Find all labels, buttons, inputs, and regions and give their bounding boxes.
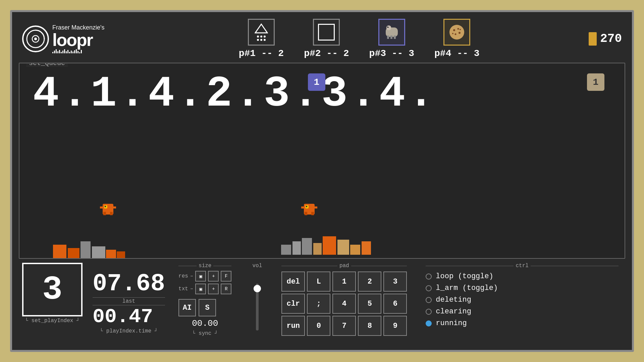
pad-2[interactable]: 2 xyxy=(358,272,381,292)
ai-s-row: AI S xyxy=(178,299,231,316)
txt-btn-1[interactable]: ▣ xyxy=(195,284,206,294)
s-button[interactable]: S xyxy=(199,299,216,316)
svg-point-11 xyxy=(449,25,464,40)
ctrl-l-arm-radio[interactable] xyxy=(426,285,432,291)
svg-point-16 xyxy=(452,33,453,34)
size-label: size xyxy=(178,263,231,269)
pad-row-3: run 0 7 8 9 xyxy=(281,316,407,336)
ctrl-deleting: deleting xyxy=(426,296,619,304)
res-btn-3[interactable]: F xyxy=(221,271,231,282)
app-name-label: loopr xyxy=(52,31,104,49)
ctrl-deleting-radio[interactable] xyxy=(426,297,432,303)
pad-row-2: clr ; 4 5 6 xyxy=(281,294,407,314)
pad-6[interactable]: 6 xyxy=(383,294,407,314)
svg-point-15 xyxy=(455,34,457,35)
vol-label: vol xyxy=(250,263,264,269)
svg-rect-34 xyxy=(80,241,91,258)
res-btn-2[interactable]: + xyxy=(208,271,219,282)
score-value: 270 xyxy=(600,32,622,46)
ctrl-running: running xyxy=(426,319,619,327)
logo-icon xyxy=(22,25,49,52)
player-3-label: p#3 -- 3 xyxy=(369,48,414,59)
waveform-icon xyxy=(52,49,104,53)
logo-area: Fraser Mackenzie's loopr xyxy=(22,24,129,53)
svg-rect-30 xyxy=(301,206,304,208)
sheep-sprite xyxy=(382,23,401,42)
queue-label: set_Queue xyxy=(26,63,68,67)
score-area: 270 xyxy=(589,32,622,46)
player-slots: p#1 -- 2 p#2 -- 2 xyxy=(143,19,575,59)
last-time-value: 00.47 xyxy=(93,307,165,327)
vol-slider[interactable] xyxy=(256,284,259,330)
res-label: res xyxy=(178,273,188,279)
play-index-time-label: └ playIndex.time ┘ xyxy=(93,328,165,334)
pad-5[interactable]: 5 xyxy=(358,294,381,314)
cookie-sprite xyxy=(447,23,466,42)
ctrl-deleting-label: deleting xyxy=(436,296,471,304)
svg-rect-24 xyxy=(113,206,116,208)
sync-value: 00.00 xyxy=(178,318,231,328)
ctrl-running-radio[interactable] xyxy=(426,320,432,326)
player-slot-2: p#2 -- 2 xyxy=(304,19,349,59)
player-4-icon xyxy=(443,19,470,46)
svg-rect-42 xyxy=(323,236,336,255)
ctrl-label: ctrl xyxy=(426,263,619,269)
txt-row: txt – ▣ + R xyxy=(178,284,231,294)
pad-7[interactable]: 7 xyxy=(332,316,356,336)
pad-L[interactable]: L xyxy=(307,272,330,292)
txt-btn-3[interactable]: R xyxy=(221,284,231,294)
svg-rect-38 xyxy=(281,245,291,255)
player-2-icon xyxy=(313,19,340,46)
player-slot-4: p#4 -- 3 xyxy=(434,19,479,59)
ctrl-running-label: running xyxy=(436,319,467,327)
player-1-icon xyxy=(248,19,275,46)
txt-btn-2[interactable]: + xyxy=(208,284,219,294)
player-4-label: p#4 -- 3 xyxy=(434,48,479,59)
pile-left xyxy=(53,238,127,258)
svg-point-12 xyxy=(453,29,455,31)
vol-knob[interactable] xyxy=(254,285,261,292)
svg-rect-32 xyxy=(53,245,66,258)
play-index-value: 3 xyxy=(42,271,62,309)
ctrl-loop-label: loop (toggle) xyxy=(436,272,493,281)
pad-1[interactable]: 1 xyxy=(332,272,356,292)
vol-slider-container xyxy=(256,271,259,343)
top-bar: Fraser Mackenzie's loopr xyxy=(19,19,625,59)
pad-label: pad xyxy=(281,263,407,269)
ctrl-clearing-label: clearing xyxy=(436,307,471,316)
sync-label: └ sync ┘ xyxy=(178,330,231,337)
svg-rect-45 xyxy=(362,241,371,255)
player-1-label: p#1 -- 2 xyxy=(239,48,284,59)
svg-point-17 xyxy=(460,29,461,30)
last-label: last xyxy=(93,298,165,304)
svg-rect-23 xyxy=(100,206,103,208)
pad-4[interactable]: 4 xyxy=(332,294,356,314)
pad-semicolon[interactable]: ; xyxy=(307,294,330,314)
pad-0[interactable]: 0 xyxy=(307,316,330,336)
svg-rect-36 xyxy=(106,250,116,258)
ai-button[interactable]: AI xyxy=(178,299,196,316)
pad-grid: del L 1 2 3 clr ; 4 5 6 run 0 xyxy=(281,272,407,336)
svg-point-14 xyxy=(459,32,461,34)
svg-rect-29 xyxy=(311,212,314,215)
svg-rect-39 xyxy=(292,241,301,255)
player-slot-1: p#1 -- 2 xyxy=(239,19,284,59)
pad-clr[interactable]: clr xyxy=(281,294,305,314)
txt-label: txt xyxy=(178,286,188,292)
svg-rect-5 xyxy=(386,25,391,30)
ctrl-loop-radio[interactable] xyxy=(426,274,432,280)
character-orange-left xyxy=(100,201,117,218)
badge-1: 1 xyxy=(308,73,325,91)
ctrl-clearing-radio[interactable] xyxy=(426,309,432,315)
pad-del[interactable]: del xyxy=(281,272,305,292)
logo-svg xyxy=(25,29,46,49)
svg-rect-8 xyxy=(387,36,389,39)
pad-run[interactable]: run xyxy=(281,316,305,336)
svg-rect-33 xyxy=(68,248,79,258)
pad-8[interactable]: 8 xyxy=(358,316,381,336)
pad-9[interactable]: 9 xyxy=(383,316,407,336)
res-btn-1[interactable]: ▣ xyxy=(195,271,206,282)
res-row: res – ▣ + F xyxy=(178,271,231,282)
logo-text: Fraser Mackenzie's loopr xyxy=(52,24,104,53)
pad-3[interactable]: 3 xyxy=(383,272,407,292)
